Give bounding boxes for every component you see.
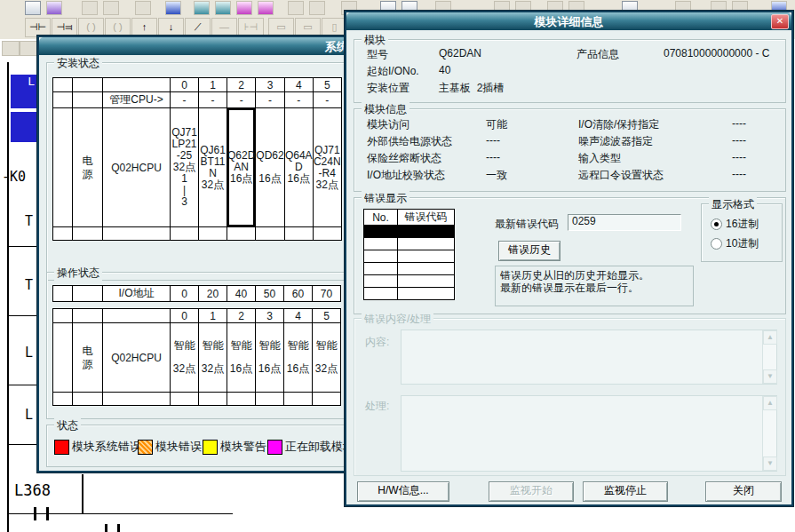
op-cell-slot1[interactable]: 智能 32点 [199,323,227,393]
module-cell-slot5[interactable]: QJ71 C24N -R4 32点 [313,108,341,227]
slash-contact-button[interactable]: ⟋ [185,18,211,37]
mount-position-label: 安装位置 [367,81,409,96]
io-address-value: 70 [313,286,341,302]
ladder-selected-cell[interactable]: L [11,75,36,108]
error-row[interactable] [364,238,455,250]
project-tree-icon[interactable] [46,1,62,15]
hw-info-button[interactable]: H/W信息... [357,481,449,502]
status-cell [284,393,313,406]
io-address-value: 50 [256,286,284,302]
op-cell-slot3[interactable]: 智能 16点 [256,323,284,393]
slot-header: 0 [171,78,199,92]
device-grid-icon[interactable] [165,1,181,15]
program-toolbar-button [2,41,20,56]
io-address-label: I/O地址 [103,286,171,302]
falling-pulse-button[interactable]: ↓ [158,18,184,37]
error-content-title: 错误内容/处理 [362,312,433,327]
ladder-timer-t1: T [25,213,33,229]
network-tree2-icon[interactable] [215,1,231,15]
error-row[interactable] [364,263,455,275]
status-cell [313,227,341,241]
monitor-stop-button[interactable]: 监视停止 [583,481,668,502]
module-cell-slot2-selected[interactable]: Q62D AN 16点 [227,108,256,227]
module-info-title: 模块信息 [362,102,409,117]
ladder-selected-cell2[interactable] [11,112,36,142]
status-cell-warning [227,227,256,241]
install-status-table: 0 1 2 3 4 5 管理CPU-> - - - - - - [52,77,342,241]
cpu-cell[interactable]: Q02HCPU [103,108,171,227]
legend-item-module-error: 模块错误 [138,439,202,455]
io-address-value: 40 [227,286,256,302]
network-tree-icon[interactable] [194,1,210,15]
module-cell-slot0[interactable]: QJ71 LP21 -25 32点 1 | 3 [171,108,199,227]
status-cell [199,227,227,241]
ladder-rung-line3 [7,385,37,385]
op-cell-slot0[interactable]: 智能 32点 [171,323,199,393]
ladder-contact-bar3 [105,524,107,532]
power-supply-cell[interactable]: 电 源 [73,323,103,393]
edit-button: ▯ [322,18,347,37]
dialog-titlebar[interactable]: 模块详细信息 ✕ [346,12,791,30]
power-supply-cell[interactable]: 电 源 [73,108,103,227]
ladder-left-rail [7,62,9,532]
module-cell-slot1[interactable]: QJ61 BT11 N 32点 [199,108,227,227]
dec-radio[interactable]: 10进制 [711,236,759,251]
io-clear-hold-value: ---- [732,117,746,130]
error-row[interactable] [364,275,455,288]
hex-radio[interactable]: 16进制 [711,217,759,232]
application-window: ⊣⊢ ⊣⫤ ( ) ( ) ↑ ↓ ⟋ — ⊦⊣ ▭ ▭ ▯ sF L -K0 … [0,0,795,532]
rising-pulse-button[interactable]: ↑ [131,18,157,37]
ladder-constant-k0: -K0 [2,169,26,185]
error-row-selected[interactable] [364,226,455,238]
ladder-timer-t2: T [25,277,33,293]
managing-cpu-cell: - [227,92,256,108]
legend-item-unmounting: 正在卸载模块 [267,439,354,455]
cpu-cell[interactable]: Q02HCPU [103,323,171,393]
fuse-blown-value: ---- [486,151,500,163]
status-legend-title: 状态 [54,418,81,433]
new-window-icon[interactable] [25,1,41,15]
error-history-button[interactable]: 错误历史 [498,241,560,261]
module-cell-slot4[interactable]: Q64A D 16点 [284,108,313,227]
legend-item-module-warning: 模块警告 [203,439,266,455]
input-type-label: 输入类型 [578,151,621,166]
ladder-branch-line [82,474,83,514]
open-contact-button[interactable]: ⊣⊢ [25,18,51,37]
module-access-value: 可能 [486,117,507,132]
error-code-table[interactable]: No. 错误代码 [363,209,455,300]
ladder-contact-bar2 [46,507,49,520]
slot-header: 1 [199,309,227,323]
op-cell-slot5[interactable]: 智能 32点 [313,323,341,393]
slot-header: 0 [171,309,199,323]
error-row[interactable] [364,288,455,300]
ladder-device-l368: L368 [14,481,51,499]
latest-error-value: 0259 [572,215,596,227]
model-label: 型号 [367,47,388,62]
content-textarea: ▲ ▼ [401,330,777,385]
io-address-value: 60 [284,286,313,302]
error-row[interactable] [364,250,455,263]
latest-error-field: 0259 [568,214,681,231]
close-contact-button[interactable]: ⊣⫤ [52,18,77,37]
slot-header: 2 [227,78,256,92]
status-cell [171,393,199,406]
device-test-icon[interactable] [236,1,252,15]
display-format-group: 显示格式 16进制 10进制 [701,203,783,262]
dec-radio-icon[interactable] [711,238,722,250]
op-cell-slot4[interactable]: 智能 16点 [284,323,313,393]
module-cell-slot3[interactable]: QD62 16点 [256,108,284,227]
slot-header: 3 [256,309,284,323]
op-cell-slot2[interactable]: 智能 16点 [227,323,256,393]
managing-cpu-cell: - [199,92,227,108]
dialog-title: 模块详细信息 [346,14,791,30]
remote-password-label: 远程口令设置状态 [578,168,664,183]
close-icon[interactable]: ✕ [771,14,789,29]
device-test2-icon[interactable] [258,1,274,15]
close-button[interactable]: 关闭 [705,481,782,502]
program-toolbar-button2 [20,41,37,56]
error-content-group: 错误内容/处理 内容: ▲ ▼ 处理: ▲ ▼ [354,318,786,476]
hex-radio-icon[interactable] [711,218,722,230]
module-warning-swatch [203,440,218,455]
slot-header: 1 [199,78,227,92]
managing-cpu-cell: - [313,92,341,108]
